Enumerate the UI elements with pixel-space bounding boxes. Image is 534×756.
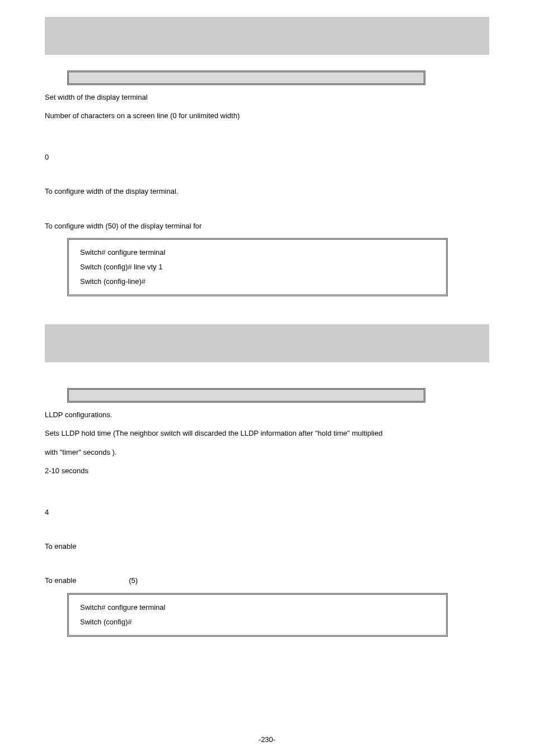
example-intro-1: To configure width (50) of the display t… — [45, 220, 489, 232]
code-line: Switch (config)# line vty 1 — [80, 260, 435, 274]
param-line: Sets LLDP hold time (The neighbor switch… — [45, 427, 489, 440]
usage-2: To enable — [45, 540, 489, 553]
param-line: Number of characters on a screen line (0… — [45, 109, 489, 122]
param-line: Set width of the display terminal — [45, 91, 489, 104]
example-intro-2: To enable (5) — [45, 574, 489, 587]
default-value-2: 4 — [45, 506, 489, 519]
code-line: Switch (config)# — [80, 615, 435, 629]
page-number: -230- — [0, 733, 534, 746]
syntax-box-1 — [67, 71, 425, 85]
code-line: Switch (config-line)# — [80, 274, 435, 289]
default-value-1: 0 — [45, 151, 489, 164]
param-line: with "timer" seconds ). — [45, 446, 489, 459]
section-banner-2 — [45, 324, 489, 362]
section-banner-1 — [45, 17, 489, 55]
usage-1: To configure width of the display termin… — [45, 185, 489, 198]
code-line: Switch# configure terminal — [80, 600, 435, 615]
syntax-box-2 — [67, 388, 425, 403]
page: Set width of the display terminal Number… — [0, 0, 534, 756]
code-box-1: Switch# configure terminal Switch (confi… — [67, 238, 448, 296]
code-line: Switch# configure terminal — [80, 245, 435, 260]
code-box-2: Switch# configure terminal Switch (confi… — [67, 593, 448, 637]
param-line: 2-10 seconds — [45, 464, 489, 477]
param-line: LLDP configurations. — [45, 408, 489, 421]
